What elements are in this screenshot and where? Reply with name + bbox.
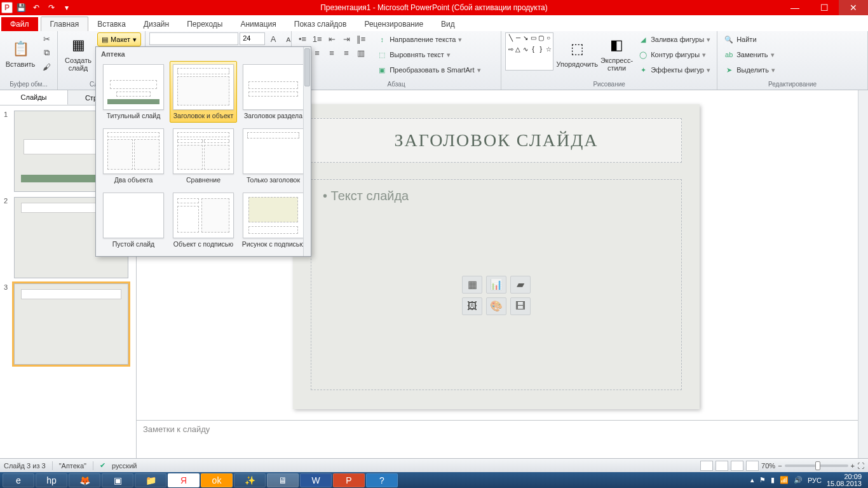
- save-button[interactable]: 💾: [14, 1, 28, 14]
- taskbar-powerpoint[interactable]: P: [333, 473, 365, 487]
- view-normal-button[interactable]: [700, 461, 713, 471]
- taskbar-explorer[interactable]: 📁: [135, 473, 166, 487]
- title-placeholder[interactable]: ЗАГОЛОВОК СЛАЙДА: [311, 118, 682, 163]
- taskbar-word[interactable]: W: [300, 473, 332, 487]
- layout-panel-scrollbar[interactable]: [303, 47, 311, 256]
- taskbar-app8[interactable]: ✨: [234, 473, 266, 487]
- taskbar-app9[interactable]: 🖥: [267, 473, 299, 487]
- zoom-level[interactable]: 70%: [761, 462, 775, 470]
- view-reading-button[interactable]: [731, 461, 743, 471]
- tab-review[interactable]: Рецензирование: [355, 17, 432, 31]
- spell-check-icon[interactable]: ✔: [100, 461, 105, 470]
- grow-font-button[interactable]: A: [266, 32, 280, 45]
- text-direction-button[interactable]: ↕Направление текста▾: [374, 32, 483, 46]
- shape-oval-icon[interactable]: ○: [545, 34, 552, 45]
- bullets-button[interactable]: •≡: [295, 32, 309, 45]
- tab-design[interactable]: Дизайн: [135, 17, 178, 31]
- insert-table-icon[interactable]: ▦: [462, 276, 482, 294]
- tab-view[interactable]: Вид: [432, 17, 464, 31]
- layout-content-with-caption[interactable]: Объект с подписью: [170, 189, 237, 251]
- zoom-in-button[interactable]: +: [851, 462, 855, 470]
- layout-title-only[interactable]: Только заголовок: [240, 125, 307, 187]
- shape-effects-button[interactable]: ✦Эффекты фигур▾: [635, 63, 713, 77]
- tray-battery-icon[interactable]: ▮: [771, 476, 775, 484]
- taskbar-firefox[interactable]: 🦊: [69, 473, 100, 487]
- shape-star-icon[interactable]: ☆: [545, 46, 552, 57]
- redo-button[interactable]: ↷: [44, 1, 58, 14]
- layout-section-header[interactable]: Заголовок раздела: [240, 61, 307, 123]
- taskbar-app4[interactable]: ▣: [102, 473, 133, 487]
- new-slide-button[interactable]: ▦ Создать слайд: [62, 32, 95, 74]
- quick-styles-button[interactable]: ◧ Экспресс-стили: [600, 32, 633, 74]
- shape-rect-icon[interactable]: ▭: [530, 34, 537, 45]
- shape-tri-icon[interactable]: △: [515, 46, 522, 57]
- qat-dropdown[interactable]: ▾: [60, 1, 74, 14]
- layout-title-slide[interactable]: Титульный слайд: [100, 61, 167, 123]
- align-right-button[interactable]: ≡: [325, 46, 339, 59]
- panel-tab-slides[interactable]: Слайды: [0, 90, 68, 105]
- tab-home[interactable]: Главная: [41, 17, 89, 32]
- select-button[interactable]: ➤Выделить▾: [721, 63, 778, 77]
- shape-line2-icon[interactable]: ─: [515, 34, 522, 45]
- notes-pane[interactable]: Заметки к слайду: [137, 420, 858, 458]
- taskbar-ie[interactable]: e: [3, 473, 34, 487]
- fit-button[interactable]: ⛶: [857, 462, 864, 470]
- cut-button[interactable]: ✂: [39, 32, 53, 45]
- shape-curve-icon[interactable]: ∿: [522, 46, 529, 57]
- insert-picture-icon[interactable]: 🖼: [462, 297, 482, 315]
- zoom-slider[interactable]: [785, 464, 848, 467]
- taskbar-ok[interactable]: ok: [201, 473, 233, 487]
- shape-line-icon[interactable]: ╲: [507, 34, 514, 45]
- zoom-out-button[interactable]: −: [778, 462, 782, 470]
- tray-clock[interactable]: 20:09 15.08.2013: [827, 473, 862, 487]
- shapes-gallery[interactable]: ╲ ─ ↘ ▭ ▢ ○ ⇨ △ ∿ { } ☆: [505, 32, 553, 71]
- undo-button[interactable]: ↶: [29, 1, 43, 14]
- numbering-button[interactable]: 1≡: [310, 32, 324, 45]
- tray-lang[interactable]: РУС: [808, 477, 822, 484]
- insert-smartart-icon[interactable]: ▰: [510, 276, 531, 294]
- taskbar-hp[interactable]: hp: [36, 473, 67, 487]
- taskbar-help[interactable]: ?: [366, 473, 398, 487]
- minimize-button[interactable]: —: [780, 0, 810, 15]
- line-spacing-button[interactable]: ‖≡: [354, 32, 368, 45]
- replace-button[interactable]: abЗаменить▾: [721, 48, 778, 62]
- view-slideshow-button[interactable]: [746, 461, 759, 471]
- shape-brace-icon[interactable]: {: [530, 46, 537, 57]
- tab-animation[interactable]: Анимация: [231, 17, 285, 31]
- insert-clipart-icon[interactable]: 🎨: [486, 297, 506, 315]
- thumbnail-3[interactable]: 3: [0, 281, 136, 367]
- slide-canvas[interactable]: ЗАГОЛОВОК СЛАЙДА • Текст слайда ▦ 📊 ▰ 🖼 …: [293, 104, 700, 409]
- tray-network-icon[interactable]: 📶: [780, 476, 789, 484]
- layout-title-and-content[interactable]: Заголовок и объект: [170, 61, 237, 123]
- layout-two-content[interactable]: Два объекта: [100, 125, 167, 187]
- shape-rect2-icon[interactable]: ▢: [538, 34, 545, 45]
- tray-up-icon[interactable]: ▴: [750, 476, 754, 484]
- copy-button[interactable]: ⧉: [39, 46, 53, 59]
- close-button[interactable]: ✕: [839, 0, 868, 15]
- tab-insert[interactable]: Вставка: [88, 17, 135, 31]
- smartart-button[interactable]: ▣Преобразовать в SmartArt▾: [374, 63, 483, 77]
- tab-transitions[interactable]: Переходы: [178, 17, 231, 31]
- align-text-button[interactable]: ⬚Выровнять текст▾: [374, 48, 483, 62]
- taskbar-yandex[interactable]: Я: [168, 473, 200, 487]
- shape-line3-icon[interactable]: ↘: [522, 34, 529, 45]
- insert-chart-icon[interactable]: 📊: [486, 276, 506, 294]
- tab-file[interactable]: Файл: [1, 17, 38, 31]
- arrange-button[interactable]: ⬚ Упорядочить: [556, 32, 597, 74]
- tray-volume-icon[interactable]: 🔊: [794, 476, 803, 484]
- format-painter-button[interactable]: 🖌: [39, 60, 53, 73]
- align-center-button[interactable]: ≡: [310, 46, 324, 59]
- shape-brace2-icon[interactable]: }: [538, 46, 545, 57]
- content-placeholder[interactable]: • Текст слайда ▦ 📊 ▰ 🖼 🎨 🎞: [311, 179, 682, 390]
- tab-slideshow[interactable]: Показ слайдов: [285, 17, 356, 31]
- layout-button[interactable]: ▤ Макет ▾: [97, 32, 141, 46]
- view-sorter-button[interactable]: [715, 461, 728, 471]
- layout-comparison[interactable]: Сравнение: [170, 125, 237, 187]
- font-family-combo[interactable]: [149, 32, 238, 45]
- columns-button[interactable]: ▥: [354, 46, 368, 59]
- maximize-button[interactable]: ☐: [810, 0, 839, 15]
- insert-media-icon[interactable]: 🎞: [510, 297, 531, 315]
- layout-blank[interactable]: Пустой слайд: [100, 189, 167, 251]
- shape-arrow-icon[interactable]: ⇨: [507, 46, 514, 57]
- editor-scrollbar[interactable]: [858, 90, 868, 458]
